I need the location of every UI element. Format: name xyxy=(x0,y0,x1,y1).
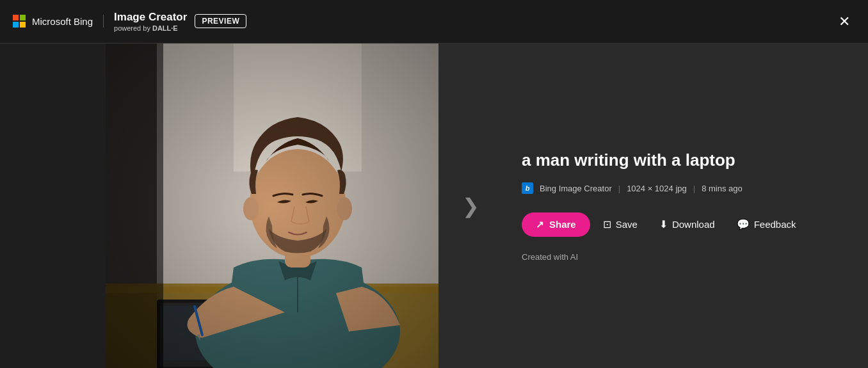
dalle-label: DALL·E xyxy=(152,24,178,32)
image-meta: b Bing Image Creator | 1024 × 1024 jpg |… xyxy=(522,182,849,194)
save-button[interactable]: ⊡ Save xyxy=(594,212,647,237)
download-label: Download xyxy=(672,219,715,230)
info-panel: a man writing with a laptop b Bing Image… xyxy=(502,44,868,368)
nav-area: ❯ xyxy=(438,44,502,368)
main-content: ❯ a man writing with a laptop b Bing Ima… xyxy=(0,44,868,368)
meta-sep-1: | xyxy=(618,184,620,193)
ms-logo-text: Microsoft Bing xyxy=(32,16,93,27)
preview-badge[interactable]: PREVIEW xyxy=(195,14,246,28)
image-dimensions: 1024 × 1024 jpg xyxy=(627,184,687,193)
feedback-label: Feedback xyxy=(754,219,796,230)
bing-icon: b xyxy=(522,182,533,194)
feedback-button[interactable]: 💬 Feedback xyxy=(728,212,805,237)
image-time: 8 mins ago xyxy=(702,184,743,193)
brand-subtitle: powered by DALL·E xyxy=(114,24,187,32)
ms-windows-icon xyxy=(13,15,26,28)
image-area xyxy=(106,44,438,368)
action-buttons: ↗ Share ⊡ Save ⬇ Download 💬 Feedback xyxy=(522,212,849,237)
brand-title: Image Creator xyxy=(114,11,187,24)
download-icon: ⬇ xyxy=(659,218,668,230)
created-with-ai-label: Created with AI xyxy=(522,252,849,262)
image-title: a man writing with a laptop xyxy=(522,150,849,172)
left-panel xyxy=(0,44,106,368)
main-image xyxy=(106,44,438,368)
share-label: Share xyxy=(549,219,576,230)
image-source: Bing Image Creator xyxy=(540,184,612,193)
meta-sep-2: | xyxy=(693,184,695,193)
download-button[interactable]: ⬇ Download xyxy=(650,212,724,237)
share-icon: ↗ xyxy=(536,219,544,230)
brand-section: Image Creator powered by DALL·E xyxy=(114,11,187,32)
next-button[interactable]: ❯ xyxy=(462,194,479,218)
ms-logo: Microsoft Bing xyxy=(13,15,104,28)
save-icon: ⊡ xyxy=(603,218,611,230)
person-illustration xyxy=(106,44,438,368)
svg-rect-22 xyxy=(106,44,438,368)
header-left: Microsoft Bing Image Creator powered by … xyxy=(13,11,246,32)
close-button[interactable]: ✕ xyxy=(833,10,855,34)
feedback-icon: 💬 xyxy=(737,218,750,230)
save-label: Save xyxy=(616,219,638,230)
share-button[interactable]: ↗ Share xyxy=(522,212,590,237)
header: Microsoft Bing Image Creator powered by … xyxy=(0,0,868,44)
